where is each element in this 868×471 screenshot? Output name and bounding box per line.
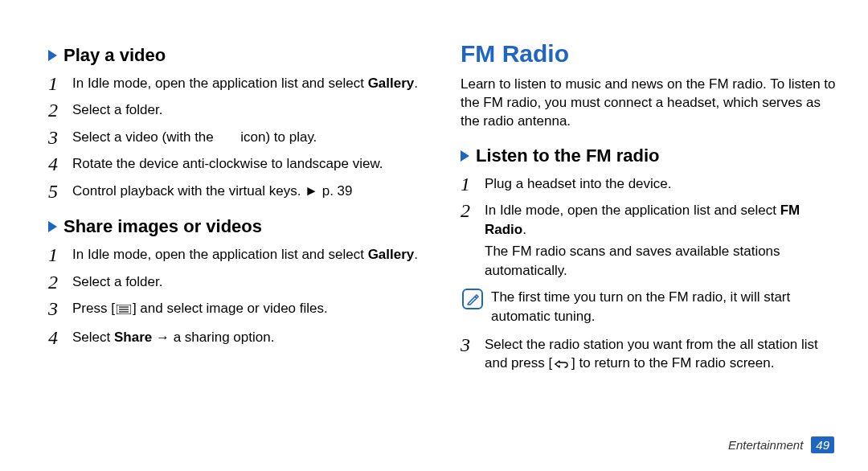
heading-text: Listen to the FM radio	[476, 145, 660, 166]
chevron-right-icon	[48, 221, 57, 232]
right-column: FM Radio Learn to listen to music and ne…	[461, 40, 837, 391]
step-text: .	[414, 247, 418, 262]
steps-play-a-video: In Idle mode, open the application list …	[48, 74, 425, 200]
note-icon	[462, 289, 483, 309]
note-text: The first time you turn on the FM radio,…	[491, 288, 837, 326]
step-item: Rotate the device anti-clockwise to land…	[48, 154, 425, 173]
step-text: Control playback with the virtual keys. …	[72, 183, 352, 199]
steps-listen-fm: Plug a headset into the device. In Idle …	[461, 174, 837, 280]
heading-listen-to-fm-radio: Listen to the FM radio	[461, 145, 837, 166]
step-text: In Idle mode, open the application list …	[72, 247, 368, 262]
step-item: Plug a headset into the device.	[461, 174, 837, 193]
step-subtext: The FM radio scans and saves available s…	[485, 242, 837, 280]
step-text: Select a folder.	[72, 274, 162, 289]
step-text: → a sharing option.	[152, 330, 274, 345]
footer-section-name: Entertainment	[728, 438, 803, 452]
intro-text: Learn to listen to music and news on the…	[461, 76, 837, 131]
step-text: ] to return to the FM radio screen.	[571, 355, 774, 371]
step-text: Select	[72, 330, 114, 345]
step-item: Select a folder.	[48, 272, 425, 291]
step-text: Rotate the device anti-clockwise to land…	[72, 156, 383, 171]
heading-play-a-video: Play a video	[48, 45, 425, 66]
step-text: Plug a headset into the device.	[485, 176, 672, 191]
bold-term: Gallery	[368, 76, 415, 91]
step-text: .	[522, 222, 526, 237]
back-key-icon	[554, 355, 570, 374]
bold-term: Share	[114, 330, 152, 345]
chevron-right-icon	[48, 50, 57, 61]
step-item: Press [] and select image or video files…	[48, 299, 425, 319]
step-item: Select a video (with the icon) to play.	[48, 128, 425, 146]
step-text: icon) to play.	[240, 129, 317, 145]
step-item: Control playback with the virtual keys. …	[48, 182, 425, 200]
step-text: Select a video (with the	[72, 129, 217, 145]
step-text: In Idle mode, open the application list …	[485, 203, 780, 218]
step-item: Select a folder.	[48, 100, 425, 119]
chevron-right-icon	[461, 150, 469, 162]
section-title-fm-radio: FM Radio	[461, 40, 837, 68]
step-item: In Idle mode, open the application list …	[48, 245, 425, 264]
steps-share: In Idle mode, open the application list …	[48, 245, 425, 346]
bold-term: Gallery	[368, 247, 415, 262]
heading-text: Share images or videos	[63, 216, 262, 237]
heading-text: Play a video	[63, 45, 166, 66]
page-footer: Entertainment 49	[728, 436, 834, 453]
footer-page-number: 49	[811, 436, 834, 453]
step-text: Press [	[72, 301, 115, 316]
steps-listen-fm-continued: Select the radio station you want from t…	[461, 335, 837, 375]
step-item: In Idle mode, open the application list …	[48, 74, 425, 92]
step-text: Select a folder.	[72, 102, 162, 117]
menu-key-icon	[117, 301, 131, 319]
step-text: In Idle mode, open the application list …	[72, 76, 368, 91]
step-item: In Idle mode, open the application list …	[461, 201, 837, 280]
step-text: ] and select image or video files.	[133, 301, 328, 316]
note-block: The first time you turn on the FM radio,…	[461, 288, 837, 326]
heading-share-images-or-videos: Share images or videos	[48, 216, 425, 237]
step-item: Select Share → a sharing option.	[48, 328, 425, 346]
left-column: Play a video In Idle mode, open the appl…	[48, 40, 425, 391]
step-text: .	[414, 76, 418, 91]
page-body: Play a video In Idle mode, open the appl…	[0, 0, 868, 391]
step-item: Select the radio station you want from t…	[461, 335, 837, 375]
